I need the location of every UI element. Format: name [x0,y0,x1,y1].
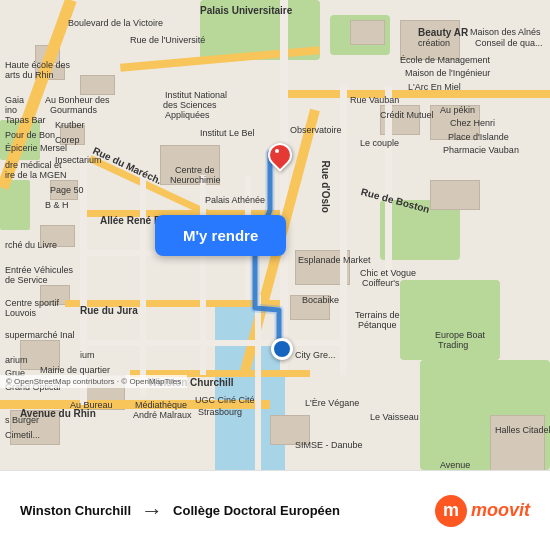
road-minor1 [80,155,87,405]
map-attribution: © OpenStreetMap contributors · © OpenMap… [0,375,187,388]
current-location-pin [271,338,287,354]
road-minor3 [140,175,146,395]
building-right7 [430,105,480,140]
building [50,180,78,200]
building-right [350,20,385,45]
road-jura [65,300,285,307]
destination-pin [268,143,288,171]
building [60,125,85,145]
road-minor6 [255,295,261,470]
from-label: Winston Churchill [20,503,131,518]
building-bot [270,415,310,445]
moovit-logo: m moovit [435,495,530,527]
to-label: Collège Doctoral Européen [173,503,340,518]
road-vauban [280,90,550,98]
road-vert1 [280,0,288,370]
building-halles [490,415,545,470]
bottom-bar: Winston Churchill → Collège Doctoral Eur… [0,470,550,550]
building-right9 [430,180,480,210]
route-from: Winston Churchill [20,503,131,518]
building [20,340,60,370]
navigate-button[interactable]: M'y rendre [155,215,286,256]
moovit-icon: m [435,495,467,527]
road-rhin [0,400,270,409]
route-arrow: → [141,498,163,524]
road-vert3 [385,85,392,285]
building-right3 [400,20,460,60]
road-minor5 [80,340,340,346]
route-to: Collège Doctoral Européen [173,503,340,518]
park-citadelle [400,280,500,360]
moovit-text: moovit [471,500,530,521]
map-container: Palais Universitaire Boulevard de la Vic… [0,0,550,470]
building-insa2 [160,145,220,185]
building [40,225,75,247]
building [80,75,115,95]
road-vert2 [340,85,347,375]
building-bocabike [290,295,330,320]
building [10,410,60,445]
